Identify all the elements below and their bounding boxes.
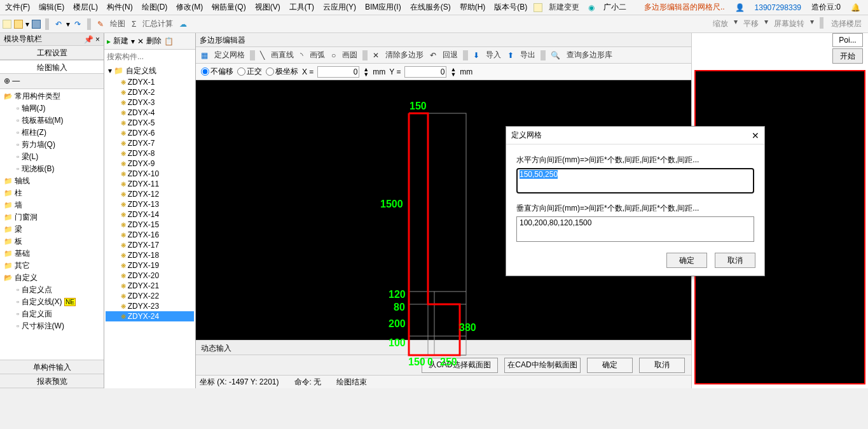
nav-expand-icon[interactable]: ⊕ (4, 76, 10, 85)
comp-item[interactable]: ZDYX-12 (106, 189, 194, 199)
comp-item[interactable]: ZDYX-2 (106, 87, 194, 97)
ed-draw-arc[interactable]: 画弧 (307, 48, 327, 62)
menu-component[interactable]: 构件(N) (104, 1, 135, 14)
nav-collapse-icon[interactable]: — (12, 76, 20, 85)
nav-node[interactable]: 框柱(Z) (1, 127, 102, 139)
tb-zoom[interactable]: 缩放 (711, 17, 730, 31)
comp-item[interactable]: ZDYX-14 (106, 209, 194, 220)
comp-item[interactable]: ZDYX-7 (106, 138, 194, 148)
comp-item[interactable]: ZDYX-9 (106, 158, 194, 169)
nav-node[interactable]: 门窗洞 (1, 211, 102, 223)
radio-polar[interactable]: 极坐标 (266, 66, 298, 77)
nav-node[interactable]: 墙 (1, 199, 102, 211)
redo-icon[interactable]: ↷ (72, 18, 83, 30)
radio-ortho[interactable]: 正交 (237, 66, 262, 77)
comp-item[interactable]: ZDYX-16 (106, 230, 194, 240)
menu-version[interactable]: 版本号(B) (492, 1, 530, 14)
comp-item[interactable]: ZDYX-8 (106, 148, 194, 158)
nav-node[interactable]: 轴网(J) (1, 102, 102, 115)
comp-item[interactable]: ZDYX-24 (106, 311, 194, 321)
comp-item[interactable]: ZDYX-19 (106, 260, 194, 271)
menu-bim[interactable]: BIM应用(I) (362, 1, 404, 14)
comp-item[interactable]: ZDYX-22 (106, 291, 194, 301)
comp-new-button[interactable]: 新建 (113, 36, 128, 46)
menu-draw[interactable]: 绘图(D) (139, 1, 170, 14)
comp-item[interactable]: ZDYX-18 (106, 250, 194, 260)
ed-undo[interactable]: 回退 (440, 48, 460, 62)
ed-draw-circle[interactable]: 画圆 (340, 48, 360, 62)
nav-node[interactable]: 尺寸标注(W) (1, 320, 102, 332)
ed-draw-line[interactable]: 画直线 (268, 48, 296, 62)
ed-clear[interactable]: 清除多边形 (383, 48, 426, 62)
comp-search-input[interactable] (104, 50, 195, 64)
nav-node[interactable]: 轴线 (1, 175, 102, 187)
comp-item[interactable]: ZDYX-21 (106, 281, 194, 291)
menu-help[interactable]: 帮助(H) (457, 1, 488, 14)
comp-item[interactable]: ZDYX-15 (106, 220, 194, 230)
tab-project-settings[interactable]: 工程设置 (0, 46, 104, 60)
dlg-h-input[interactable]: 150,50,250 (516, 168, 754, 193)
ed-import[interactable]: 导入 (483, 48, 504, 62)
nav-node[interactable]: 剪力墙(Q) (1, 139, 102, 151)
component-tree[interactable]: ▾ 📁 自定义线 ZDYX-1ZDYX-2ZDYX-3ZDYX-4ZDYX-5Z… (104, 64, 195, 388)
comp-item[interactable]: ZDYX-5 (106, 118, 194, 128)
nav-pin-icon[interactable]: 📌 × (84, 35, 100, 44)
comp-del-button[interactable]: 删除 (146, 36, 162, 46)
tab-report-preview[interactable]: 报表预览 (0, 374, 104, 388)
start-button[interactable]: 开始 (832, 48, 863, 64)
nav-node[interactable]: 板 (1, 236, 102, 248)
dlg-v-input[interactable]: 100,200,80,120,1500 (516, 216, 754, 242)
tb-draw[interactable]: 绘图 (108, 17, 127, 31)
menu-file[interactable]: 文件(F) (3, 1, 32, 14)
comp-item[interactable]: ZDYX-23 (106, 301, 194, 311)
tb-draw-icon[interactable]: ✎ (95, 18, 106, 30)
tb-sum[interactable]: 汇总计算 (141, 17, 175, 31)
comp-item[interactable]: ZDYX-17 (106, 240, 194, 250)
dlg-close-icon[interactable]: ✕ (752, 130, 759, 141)
new-icon[interactable] (534, 3, 542, 12)
tb-save-icon[interactable] (32, 20, 41, 29)
tb-cloud-icon[interactable]: ☁ (177, 18, 189, 30)
menu-rebar[interactable]: 钢筋量(Q) (209, 1, 248, 14)
x-input[interactable] (317, 66, 359, 78)
bell-icon[interactable]: 🔔 (848, 2, 863, 13)
nav-node[interactable]: 筏板基础(M) (1, 115, 102, 127)
assistant-link[interactable]: 广小二 (601, 1, 629, 14)
menu-modify[interactable]: 修改(M) (174, 1, 205, 14)
ed-export[interactable]: 导出 (518, 48, 538, 62)
menu-tool[interactable]: 工具(T) (287, 1, 317, 14)
comp-tree-header[interactable]: 自定义线 (126, 66, 156, 75)
nav-node[interactable]: 基础 (1, 248, 102, 260)
dlg-ok-button[interactable]: 确定 (666, 253, 707, 268)
nav-node[interactable]: 梁 (1, 223, 102, 236)
nav-node[interactable]: 自定义面 (1, 308, 102, 320)
tb-new-icon[interactable] (3, 20, 11, 29)
tb-pan[interactable]: 平移 (741, 17, 761, 31)
comp-item[interactable]: ZDYX-4 (106, 108, 194, 118)
nav-node[interactable]: 常用构件类型 (1, 90, 102, 102)
nav-tree[interactable]: 常用构件类型轴网(J)筏板基础(M)框柱(Z)剪力墙(Q)梁(L)现浇板(B)轴… (0, 89, 104, 360)
nav-node[interactable]: 自定义线(X) NE (1, 296, 102, 308)
tb-select-floor[interactable]: 选择楼层 (829, 17, 864, 31)
comp-item[interactable]: ZDYX-20 (106, 271, 194, 281)
ed-query[interactable]: 查询多边形库 (564, 48, 615, 62)
new-change-button[interactable]: 新建变更 (546, 1, 582, 14)
tab-draw-input[interactable]: 绘图输入 (0, 60, 104, 74)
comp-item[interactable]: ZDYX-6 (106, 128, 194, 138)
comp-del-icon[interactable]: ✕ (137, 37, 144, 46)
radio-no-offset[interactable]: 不偏移 (201, 66, 233, 77)
menu-cloud[interactable]: 云应用(Y) (320, 1, 359, 14)
y-input[interactable] (404, 66, 446, 78)
menu-edit[interactable]: 编辑(E) (36, 1, 67, 14)
comp-item[interactable]: ZDYX-3 (106, 97, 194, 108)
comp-new-icon[interactable]: ▸ (107, 37, 111, 46)
menu-view[interactable]: 视图(V) (252, 1, 283, 14)
tb-open-icon[interactable] (14, 20, 23, 29)
tab-single-component[interactable]: 单构件输入 (0, 360, 104, 374)
dlg-cancel-button[interactable]: 取消 (715, 253, 755, 268)
comp-item[interactable]: ZDYX-11 (106, 179, 194, 189)
comp-item[interactable]: ZDYX-10 (106, 169, 194, 179)
comp-item[interactable]: ZDYX-13 (106, 199, 194, 209)
nav-node[interactable]: 现浇板(B) (1, 163, 102, 175)
comp-item[interactable]: ZDYX-1 (106, 77, 194, 87)
